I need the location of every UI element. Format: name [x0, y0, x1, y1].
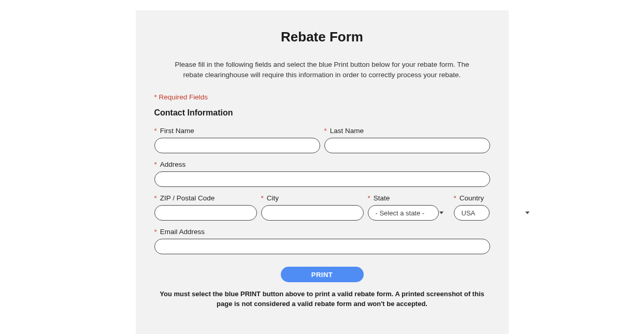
required-star-icon: * [154, 194, 157, 202]
country-label: *Country [454, 194, 536, 202]
city-input[interactable] [261, 205, 364, 221]
last-name-label: *Last Name [324, 127, 490, 135]
zip-input[interactable] [154, 205, 257, 221]
email-label: *Email Address [154, 228, 490, 236]
state-label: *State [368, 194, 450, 202]
required-star-icon: * [261, 194, 264, 202]
footnote-text: You must select the blue PRINT button ab… [156, 289, 488, 309]
required-star-icon: * [154, 161, 157, 168]
email-input[interactable] [154, 239, 490, 254]
section-heading-contact: Contact Information [154, 108, 490, 118]
required-star-icon: * [154, 228, 157, 236]
required-star-icon: * [368, 194, 370, 202]
required-star-icon: * [454, 194, 456, 202]
first-name-label: *First Name [154, 127, 320, 135]
city-label: *City [261, 194, 364, 202]
print-button[interactable]: PRINT [281, 267, 364, 282]
last-name-input[interactable] [324, 138, 490, 153]
required-star-icon: * [154, 127, 157, 135]
address-input[interactable] [154, 171, 490, 187]
zip-label: *ZIP / Postal Code [154, 194, 257, 202]
country-select[interactable]: USA [454, 205, 490, 221]
rebate-form-panel: Rebate Form Please fill in the following… [136, 10, 509, 334]
required-star-icon: * [324, 127, 327, 135]
first-name-input[interactable] [154, 138, 320, 153]
intro-text: Please fill in the following fields and … [172, 60, 473, 80]
page-title: Rebate Form [154, 29, 490, 45]
required-fields-note: * Required Fields [154, 93, 490, 101]
address-label: *Address [154, 161, 490, 168]
state-select[interactable]: - Select a state - [368, 205, 439, 221]
